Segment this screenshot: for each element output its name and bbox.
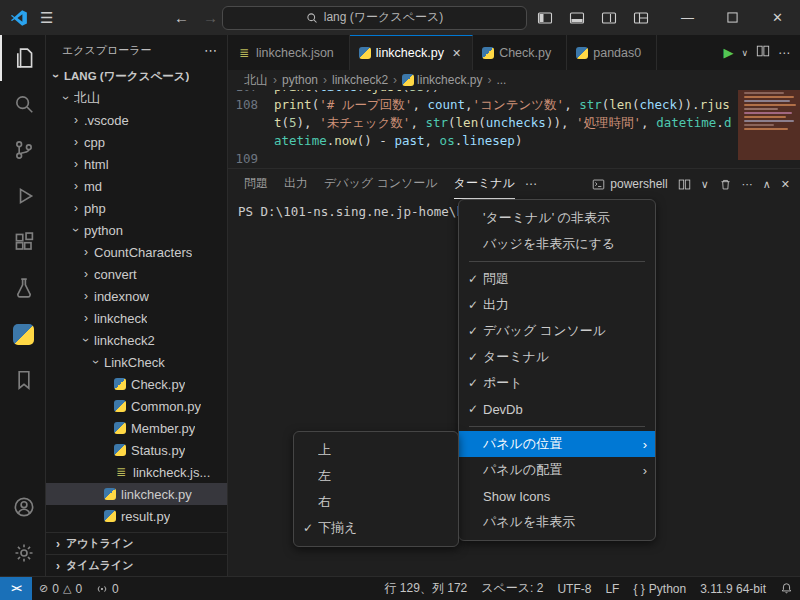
tree-item[interactable]: ›python (46, 219, 227, 241)
tree-item[interactable]: Check.py (46, 373, 227, 395)
account-icon[interactable] (0, 484, 45, 530)
context-menu-item[interactable]: パネルを非表示 (459, 509, 655, 535)
cursor-position[interactable]: 行 129、列 172 (378, 577, 475, 600)
context-menu-item[interactable]: バッジを非表示にする (459, 231, 655, 257)
close-panel-icon[interactable]: ✕ (781, 178, 790, 191)
panel-tab[interactable]: 出力 (284, 169, 308, 199)
toggle-panel-icon[interactable] (563, 5, 591, 31)
breadcrumb-item[interactable]: ... (496, 73, 506, 87)
window-minimize-icon[interactable]: — (665, 0, 710, 35)
context-menu-item[interactable]: ✓ポート (459, 370, 655, 396)
panel-more-tabs-icon[interactable]: ⋯ (525, 177, 537, 191)
kill-terminal-icon[interactable] (719, 178, 732, 191)
timeline-section[interactable]: › タイムライン (46, 554, 227, 576)
tree-item[interactable]: ›LinkCheck (46, 351, 227, 373)
tree-item[interactable]: ›cpp (46, 131, 227, 153)
command-center-search[interactable]: lang (ワークスペース) (222, 6, 527, 30)
panel-position-submenu: 上左右✓下揃え (293, 431, 459, 547)
breadcrumb-item[interactable]: linkcheck2 (332, 73, 388, 87)
panel-tab[interactable]: ターミナル (454, 169, 515, 199)
indentation[interactable]: スペース: 2 (474, 577, 550, 600)
search-icon[interactable] (0, 81, 45, 127)
context-menu-item[interactable]: パネルの配置› (459, 457, 655, 483)
context-menu-item[interactable]: ✓ターミナル (459, 344, 655, 370)
breadcrumb-item[interactable]: linkcheck.py (402, 73, 482, 87)
tree-item[interactable]: ›.vscode (46, 109, 227, 131)
split-editor-icon[interactable] (756, 44, 770, 61)
menu-hamburger-icon[interactable]: ☰ (40, 9, 53, 27)
context-menu-item[interactable]: ✓問題 (459, 266, 655, 292)
source-control-icon[interactable] (0, 127, 45, 173)
window-maximize-icon[interactable] (710, 0, 755, 35)
more-actions-icon[interactable]: ⋯ (204, 43, 217, 58)
tree-item[interactable]: ›linkcheck (46, 307, 227, 329)
testing-icon[interactable] (0, 265, 45, 311)
context-menu-item[interactable]: 'ターミナル' の非表示 (459, 205, 655, 231)
tree-item[interactable]: ›convert (46, 263, 227, 285)
run-debug-icon[interactable] (0, 173, 45, 219)
tree-item[interactable]: result.py (46, 505, 227, 527)
toggle-secondary-sidebar-icon[interactable] (595, 5, 623, 31)
editor-tab[interactable]: linkcheck.py✕ (350, 35, 473, 70)
python-extension-icon[interactable] (0, 311, 45, 357)
breadcrumb-item[interactable]: 北山 (244, 72, 268, 89)
context-menu-item[interactable]: Show Icons (459, 483, 655, 509)
tree-item[interactable]: ›CountCharacters (46, 241, 227, 263)
run-python-file-icon[interactable]: ▶ (723, 45, 733, 60)
remote-indicator[interactable]: >< (0, 577, 32, 600)
submenu-item[interactable]: ✓下揃え (294, 515, 458, 541)
tree-item[interactable]: Common.py (46, 395, 227, 417)
submenu-item[interactable]: 上 (294, 437, 458, 463)
panel-tab[interactable]: 問題 (244, 169, 268, 199)
check-icon: ✓ (463, 324, 483, 338)
new-terminal-dropdown-icon[interactable]: ∨ (701, 178, 709, 191)
terminal-shell-selector[interactable]: powershell (592, 177, 667, 191)
editor-more-actions-icon[interactable]: ⋯ (778, 46, 790, 60)
tree-item[interactable]: linkcheck.py (46, 483, 227, 505)
maximize-panel-icon[interactable]: ∧ (763, 178, 771, 191)
tree-item[interactable]: ›linkcheck2 (46, 329, 227, 351)
outline-section[interactable]: › アウトライン (46, 532, 227, 554)
nav-back-icon[interactable]: ← (174, 9, 189, 26)
tree-item[interactable]: ›indexnow (46, 285, 227, 307)
tree-item[interactable]: ›LANG (ワークスペース) (46, 65, 227, 87)
tree-item[interactable]: Member.py (46, 417, 227, 439)
editor-tab[interactable]: pandas0 (567, 35, 657, 70)
tree-item[interactable]: ≣linkcheck.js... (46, 461, 227, 483)
run-dropdown-chevron-icon[interactable]: ∨ (741, 48, 748, 58)
notifications-bell-icon[interactable] (773, 577, 800, 600)
eol-sequence[interactable]: LF (598, 577, 626, 600)
context-menu-item[interactable]: ✓出力 (459, 292, 655, 318)
context-menu-item[interactable]: ✓DevDb (459, 396, 655, 422)
context-menu-item[interactable]: ✓デバッグ コンソール (459, 318, 655, 344)
explorer-icon[interactable] (0, 35, 45, 81)
close-tab-icon[interactable]: ✕ (450, 45, 463, 62)
tree-item[interactable]: Status.py (46, 439, 227, 461)
problems-status[interactable]: ⊘ 0 △ 0 (32, 577, 89, 600)
python-interpreter[interactable]: 3.11.9 64-bit (693, 577, 773, 600)
breadcrumb-item[interactable]: python (282, 73, 318, 87)
tree-item[interactable]: ›md (46, 175, 227, 197)
ports-status[interactable]: 0 (89, 577, 126, 600)
bookmarks-icon[interactable] (0, 357, 45, 403)
editor-tab[interactable]: ≣linkcheck.json (228, 35, 350, 70)
tree-item[interactable]: ›html (46, 153, 227, 175)
editor-tab[interactable]: Check.py (473, 35, 567, 70)
tree-item[interactable]: ›北山 (46, 87, 227, 109)
settings-gear-icon[interactable] (0, 530, 45, 576)
extensions-icon[interactable] (0, 219, 45, 265)
toggle-sidebar-icon[interactable] (531, 5, 559, 31)
tree-item[interactable]: ›php (46, 197, 227, 219)
window-close-icon[interactable]: ✕ (755, 0, 800, 35)
code-editor[interactable]: 107print(title.ljust(53))108print('# ループ… (228, 90, 800, 168)
language-mode[interactable]: { } Python (626, 577, 693, 600)
submenu-item[interactable]: 左 (294, 463, 458, 489)
panel-more-actions-icon[interactable]: ⋯ (742, 178, 753, 191)
customize-layout-icon[interactable] (627, 5, 655, 31)
submenu-item[interactable]: 右 (294, 489, 458, 515)
context-menu-item[interactable]: パネルの位置› (459, 431, 655, 457)
encoding[interactable]: UTF-8 (550, 577, 598, 600)
minimap[interactable] (738, 90, 800, 168)
panel-tab[interactable]: デバッグ コンソール (324, 169, 438, 199)
split-terminal-icon[interactable] (678, 178, 691, 191)
